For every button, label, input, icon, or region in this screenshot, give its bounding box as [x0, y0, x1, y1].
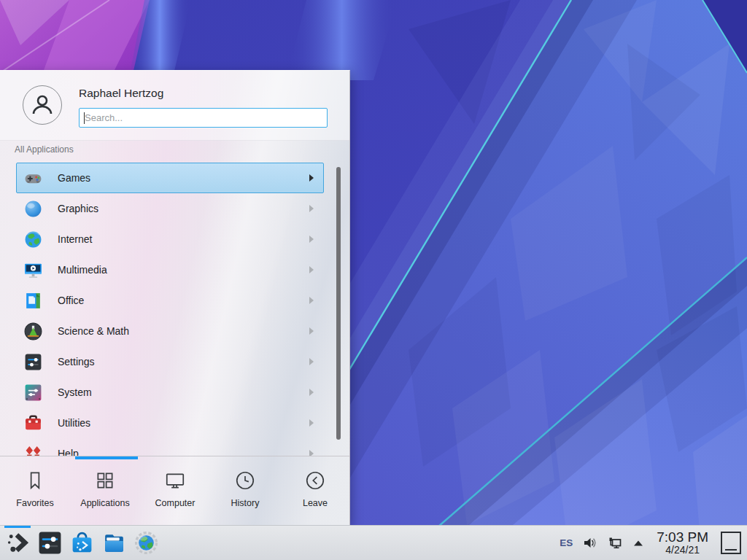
application-launcher-menu: Raphael Hertzog All Applications Games — [0, 70, 350, 525]
category-label: Multimedia — [58, 264, 107, 276]
user-avatar[interactable] — [23, 85, 62, 125]
submenu-arrow-icon — [309, 327, 314, 335]
sliders-icon — [23, 352, 43, 372]
grid-icon — [94, 470, 116, 491]
submenu-arrow-icon — [309, 389, 314, 396]
bookmark-icon — [24, 470, 46, 491]
section-label: All Applications — [15, 144, 74, 155]
user-name: Raphael Hertzog — [79, 87, 163, 100]
category-label: Graphics — [58, 203, 98, 214]
show-desktop-button[interactable] — [721, 532, 741, 554]
search-input[interactable] — [80, 109, 327, 127]
category-label: Games — [58, 172, 90, 184]
taskbar-launchers — [0, 526, 162, 560]
tab-history[interactable]: History — [210, 459, 280, 525]
flask-icon — [23, 322, 43, 341]
category-row-help[interactable]: Help — [16, 438, 324, 456]
launcher-tab-bar: Favorites Applications Computer — [0, 459, 350, 525]
clock-time: 7:03 PM — [657, 530, 708, 545]
category-row-multimedia[interactable]: Multimedia — [16, 254, 324, 285]
search-box — [79, 108, 328, 128]
tab-label: Computer — [155, 498, 196, 508]
volume-button[interactable] — [582, 535, 597, 551]
help-icon — [23, 444, 43, 456]
tab-favorites[interactable]: Favorites — [0, 459, 70, 525]
folder-icon — [101, 530, 127, 556]
user-icon — [28, 90, 57, 120]
web-browser-button[interactable] — [130, 526, 162, 560]
tab-label: Leave — [303, 498, 328, 508]
system-tray: ES — [560, 526, 747, 560]
category-row-settings[interactable]: Settings — [16, 346, 324, 377]
submenu-arrow-icon — [309, 297, 314, 304]
tab-applications[interactable]: Applications — [70, 459, 140, 525]
menu-scrollbar[interactable] — [336, 167, 341, 440]
category-row-internet[interactable]: Internet — [16, 224, 324, 254]
sphere-icon — [23, 199, 43, 219]
file-manager-button[interactable] — [98, 526, 130, 560]
keyboard-layout-indicator[interactable]: ES — [560, 537, 573, 548]
taskbar: ES — [0, 525, 747, 560]
category-row-graphics[interactable]: Graphics — [16, 193, 324, 224]
category-label: Help — [58, 448, 79, 456]
digital-clock[interactable]: 7:03 PM 4/24/21 — [657, 530, 708, 556]
text-caret — [84, 112, 85, 124]
submenu-arrow-icon — [309, 358, 314, 365]
category-label: Settings — [58, 356, 95, 368]
tab-leave[interactable]: Leave — [280, 459, 350, 525]
leave-icon — [304, 470, 326, 491]
submenu-arrow-icon — [309, 205, 314, 212]
toolbox-icon — [23, 413, 43, 433]
category-list: Games Graphics — [16, 163, 324, 456]
globe-icon — [23, 230, 43, 249]
submenu-arrow-icon — [309, 236, 314, 243]
kde-launcher-icon — [5, 530, 31, 556]
gamepad-icon — [23, 168, 43, 188]
submenu-arrow-icon — [309, 450, 314, 456]
category-label: Science & Math — [58, 325, 129, 337]
discover-bag-icon — [69, 530, 95, 556]
category-label: Office — [58, 295, 84, 306]
submenu-arrow-icon — [309, 266, 314, 273]
category-label: System — [58, 386, 92, 398]
tab-label: Favorites — [16, 498, 53, 508]
submenu-arrow-icon — [309, 419, 314, 427]
system-settings-icon — [37, 530, 63, 556]
system-settings-button[interactable] — [34, 526, 66, 560]
category-row-science-math[interactable]: Science & Math — [16, 316, 324, 346]
monitor-play-icon — [23, 260, 43, 280]
system-sliders-icon — [23, 383, 43, 402]
volume-icon — [582, 535, 597, 551]
category-row-utilities[interactable]: Utilities — [16, 408, 324, 438]
category-row-office[interactable]: Office — [16, 285, 324, 316]
discover-button[interactable] — [66, 526, 98, 560]
computer-icon — [164, 470, 186, 491]
category-row-system[interactable]: System — [16, 377, 324, 408]
application-launcher-button[interactable] — [1, 526, 34, 560]
active-task-indicator — [4, 526, 31, 528]
document-icon — [23, 291, 43, 311]
clock-date: 4/24/21 — [657, 545, 708, 556]
category-label: Utilities — [58, 417, 90, 429]
network-wired-icon — [607, 535, 623, 551]
tab-label: History — [231, 498, 260, 508]
tab-computer[interactable]: Computer — [140, 459, 210, 525]
tabbar-separator — [0, 456, 350, 456]
category-label: Internet — [58, 233, 92, 245]
category-row-games[interactable]: Games — [16, 163, 324, 193]
tray-expander-button[interactable] — [632, 538, 644, 548]
network-button[interactable] — [607, 535, 623, 551]
desktop: Raphael Hertzog All Applications Games — [0, 0, 747, 560]
clock-icon — [234, 470, 256, 491]
submenu-arrow-icon — [309, 174, 314, 182]
tab-label: Applications — [80, 498, 129, 508]
caret-up-icon — [632, 538, 644, 548]
globe-gear-icon — [133, 530, 159, 556]
